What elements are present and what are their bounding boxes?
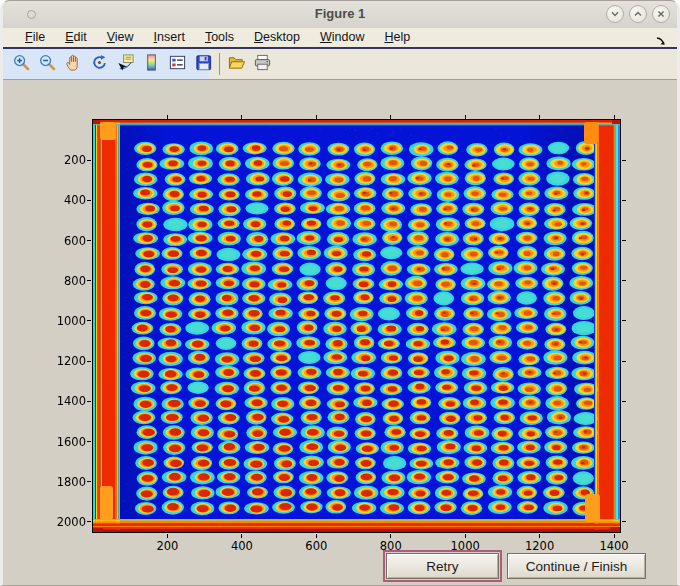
y-tick-label: 1000 bbox=[40, 314, 86, 328]
y-tick-mark-right bbox=[622, 521, 626, 522]
menu-item-window[interactable]: Window bbox=[310, 29, 374, 46]
x-tick-label: 200 bbox=[145, 539, 189, 553]
x-tick-mark bbox=[390, 534, 391, 538]
window-controls bbox=[606, 5, 670, 23]
retry-button[interactable]: Retry bbox=[386, 553, 499, 579]
x-tick-mark bbox=[614, 534, 615, 538]
continue-finish-button[interactable]: Continue / Finish bbox=[507, 553, 646, 579]
rotate-3d-icon bbox=[90, 53, 109, 76]
insert-legend-icon bbox=[168, 53, 187, 76]
save-figure-icon bbox=[194, 53, 213, 76]
x-tick-mark-top bbox=[614, 115, 615, 119]
plot-axes[interactable] bbox=[92, 119, 621, 533]
x-tick-label: 600 bbox=[294, 539, 338, 553]
x-tick-mark bbox=[241, 534, 242, 538]
data-cursor-icon bbox=[116, 53, 135, 76]
y-tick-mark bbox=[87, 361, 91, 362]
y-tick-label: 800 bbox=[40, 274, 86, 288]
y-tick-mark-right bbox=[622, 240, 626, 241]
menu-item-insert[interactable]: Insert bbox=[144, 29, 195, 46]
open-file-button[interactable] bbox=[223, 52, 249, 76]
maximize-button[interactable] bbox=[629, 5, 647, 23]
print-figure-icon bbox=[253, 53, 272, 76]
y-tick-label: 600 bbox=[40, 234, 86, 248]
y-tick-mark-right bbox=[622, 481, 626, 482]
microarray-image[interactable] bbox=[93, 120, 620, 532]
open-file-icon bbox=[227, 53, 246, 76]
chevron-up-icon bbox=[633, 9, 643, 19]
x-tick-mark-top bbox=[390, 115, 391, 119]
toolbar-separator bbox=[219, 53, 220, 75]
y-tick-label: 2000 bbox=[40, 515, 86, 529]
pan-icon bbox=[64, 53, 83, 76]
x-tick-mark-top bbox=[167, 115, 168, 119]
y-tick-mark-right bbox=[622, 441, 626, 442]
print-figure-button[interactable] bbox=[249, 52, 275, 76]
x-tick-label: 1400 bbox=[592, 539, 636, 553]
y-tick-mark-right bbox=[622, 361, 626, 362]
zoom-in-button[interactable] bbox=[8, 52, 34, 76]
x-tick-mark bbox=[539, 534, 540, 538]
y-tick-mark-right bbox=[622, 200, 626, 201]
dock-figure-arrow-icon[interactable] bbox=[655, 33, 667, 45]
y-tick-mark bbox=[87, 481, 91, 482]
y-tick-mark bbox=[87, 521, 91, 522]
y-tick-mark bbox=[87, 240, 91, 241]
y-tick-mark bbox=[87, 160, 91, 161]
menu-item-file[interactable]: File bbox=[15, 29, 55, 46]
menu-item-tools[interactable]: Tools bbox=[195, 29, 244, 46]
x-tick-mark bbox=[465, 534, 466, 538]
figure-canvas bbox=[3, 80, 677, 585]
y-tick-mark bbox=[87, 320, 91, 321]
y-tick-mark bbox=[87, 401, 91, 402]
figure-window: Figure 1 FileEditViewInsertToolsDesktopW… bbox=[0, 0, 680, 586]
y-tick-mark-right bbox=[622, 280, 626, 281]
insert-legend-button[interactable] bbox=[164, 52, 190, 76]
menubar: FileEditViewInsertToolsDesktopWindowHelp bbox=[3, 28, 677, 49]
data-cursor-button[interactable] bbox=[112, 52, 138, 76]
y-tick-mark-right bbox=[622, 401, 626, 402]
y-tick-label: 1600 bbox=[40, 435, 86, 449]
rotate-3d-button[interactable] bbox=[86, 52, 112, 76]
zoom-out-button[interactable] bbox=[34, 52, 60, 76]
y-tick-label: 200 bbox=[40, 153, 86, 167]
menu-item-help[interactable]: Help bbox=[374, 29, 420, 46]
toolbar-buttons bbox=[8, 52, 275, 76]
minimize-button[interactable] bbox=[606, 5, 624, 23]
x-tick-mark-top bbox=[539, 115, 540, 119]
x-tick-mark-top bbox=[465, 115, 466, 119]
menu-item-desktop[interactable]: Desktop bbox=[244, 29, 310, 46]
y-tick-label: 1800 bbox=[40, 475, 86, 489]
y-tick-mark-right bbox=[622, 320, 626, 321]
y-tick-mark-right bbox=[622, 160, 626, 161]
y-tick-label: 1400 bbox=[40, 394, 86, 408]
x-tick-label: 400 bbox=[220, 539, 264, 553]
x-tick-mark-top bbox=[241, 115, 242, 119]
colorbar-button[interactable] bbox=[138, 52, 164, 76]
window-title: Figure 1 bbox=[3, 6, 677, 21]
x-tick-mark bbox=[316, 534, 317, 538]
x-tick-mark bbox=[167, 534, 168, 538]
y-tick-mark bbox=[87, 200, 91, 201]
y-tick-mark bbox=[87, 441, 91, 442]
y-tick-label: 400 bbox=[40, 193, 86, 207]
zoom-in-icon bbox=[12, 53, 31, 76]
pan-button[interactable] bbox=[60, 52, 86, 76]
x-tick-mark-top bbox=[316, 115, 317, 119]
toolbar bbox=[3, 49, 677, 80]
close-icon bbox=[656, 9, 666, 19]
x-tick-label: 1000 bbox=[443, 539, 487, 553]
titlebar[interactable]: Figure 1 bbox=[3, 1, 677, 28]
colorbar-icon bbox=[142, 53, 161, 76]
menu-item-view[interactable]: View bbox=[97, 29, 144, 46]
x-tick-label: 800 bbox=[369, 539, 413, 553]
x-tick-label: 1200 bbox=[518, 539, 562, 553]
save-figure-button[interactable] bbox=[190, 52, 216, 76]
chevron-down-icon bbox=[610, 9, 620, 19]
close-button[interactable] bbox=[652, 5, 670, 23]
y-tick-mark bbox=[87, 280, 91, 281]
menu-item-edit[interactable]: Edit bbox=[55, 29, 97, 46]
y-tick-label: 1200 bbox=[40, 354, 86, 368]
zoom-out-icon bbox=[38, 53, 57, 76]
